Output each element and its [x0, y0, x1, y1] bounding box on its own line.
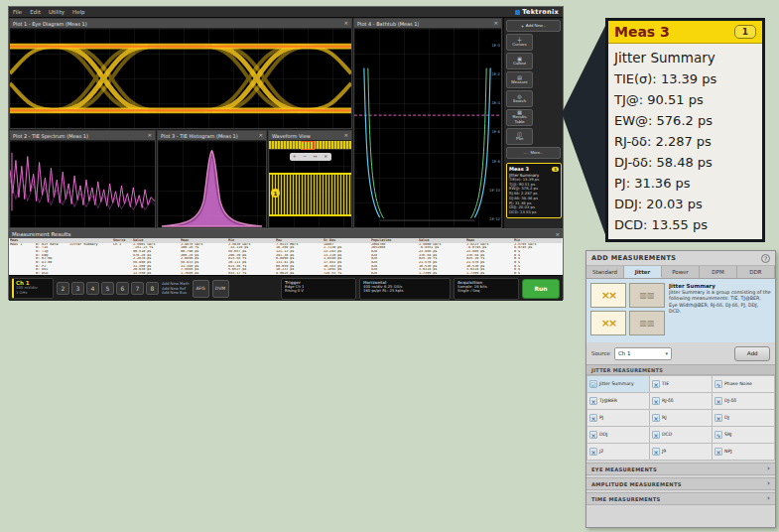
sidebar-button[interactable]: ◫ Plot [506, 128, 533, 145]
add-new-item[interactable]: Add New Bus [162, 291, 190, 295]
eye-mask-thumbnail[interactable]: ×× [590, 311, 626, 335]
meas3-callout-title: Meas 3 [614, 24, 670, 40]
eye-panel-titlebar[interactable]: Plot 1 - Eye Diagram (Meas 1) × [10, 19, 351, 29]
eye-diagram-plot[interactable] [10, 29, 351, 128]
measurement-tab[interactable]: DDR [737, 266, 775, 278]
pan-icon[interactable]: ↔ [314, 155, 318, 160]
waveform-plot[interactable]: + − ↔ × 1 [269, 141, 351, 227]
jitter-summary-label: Jitter Summary [614, 48, 756, 68]
collapsed-sections: EYE MEASUREMENTS › AMPLITUDE MEASUREMENT… [586, 463, 775, 505]
collapsed-section-bar[interactable]: TIME MEASUREMENTS › [586, 492, 775, 505]
eye-mask-thumbnail[interactable]: ×× [590, 283, 626, 308]
channel-button[interactable]: 8 [146, 282, 159, 295]
channel-button[interactable]: 7 [131, 282, 144, 295]
measurement-tab[interactable]: DPM [700, 266, 737, 278]
tie-histogram-plot[interactable] [158, 141, 266, 227]
menu-item[interactable]: Utility [49, 9, 65, 15]
ber-tick-label: 1E-4 [489, 100, 500, 105]
results-titlebar[interactable]: Measurement Results × [9, 229, 563, 238]
jitter-measurements-section-header[interactable]: JITTER MEASUREMENTS [586, 364, 775, 375]
close-icon[interactable]: × [147, 133, 152, 139]
spectrum-panel-title: Plot 2 - TIE Spectrum (Meas 1) [13, 133, 88, 139]
source-dropdown[interactable]: Ch 1 ▾ [614, 347, 672, 360]
measurement-grid-item[interactable]: ∿ Phase Noise [713, 376, 774, 392]
close-icon[interactable]: × [324, 155, 327, 160]
sidebar-button[interactable]: ┼ Cursors [506, 34, 533, 51]
histogram-panel-titlebar[interactable]: Plot 3 - TIE Histogram (Meas 1) × [158, 131, 266, 141]
channel-1-badge[interactable]: Ch 1 100 mV/div 1 GHz [12, 278, 54, 299]
acquisition-badge[interactable]: Acquisition Sample: 16 bits Single / Seq [454, 278, 519, 300]
measurement-grid-item[interactable]: × J2 [587, 444, 649, 460]
sidebar-button[interactable]: ◎ Search [506, 90, 533, 107]
measurement-grid-item[interactable]: ∿ SRJ [713, 427, 774, 443]
jitter-value-line: PJ: 31.36 ps [614, 173, 756, 194]
measurement-grid-item[interactable]: × TIE [650, 376, 712, 392]
measurement-label: Phase Noise [724, 381, 752, 386]
spectrum-panel-titlebar[interactable]: Plot 2 - TIE Spectrum (Meas 1) × [10, 131, 155, 141]
help-icon[interactable]: ? [761, 254, 770, 263]
measurement-grid-item[interactable]: × DDJ [587, 427, 649, 443]
bathtub-panel-titlebar[interactable]: Plot 4 - Bathtub (Meas 1) × [354, 19, 501, 29]
measurement-grid-item[interactable]: ☑ Jitter Summary [587, 376, 649, 392]
sidebar-button[interactable]: ▣ Callout [506, 53, 533, 69]
results-table[interactable]: MeasSourceValueMeanMinMaxSt DevPopulatio… [10, 238, 562, 275]
close-icon[interactable]: × [343, 133, 348, 139]
overview-zoom-marker[interactable] [301, 141, 315, 150]
measurement-grid-item[interactable]: × NPJ [713, 444, 774, 460]
menu-item[interactable]: Help [72, 9, 85, 15]
measurement-icon: × [589, 397, 597, 405]
dvm-button[interactable]: DVM [212, 280, 229, 298]
menu-item[interactable]: File [13, 9, 22, 15]
close-icon[interactable]: × [343, 21, 348, 27]
trigger-badge[interactable]: Trigger Edge Ch 1 Rising 0 V [281, 278, 356, 300]
trigger-level: Rising 0 V [285, 289, 352, 294]
measurement-icon: × [714, 414, 722, 422]
measurement-label: PJ [599, 415, 603, 420]
measurement-icon: ∿ [714, 380, 722, 388]
jitter-summary-values: TIE(σ): 13.39 psTJ@: 90.51 psEW@: 576.2 … [614, 68, 756, 235]
measurement-tab[interactable]: Standard [586, 266, 624, 278]
sidebar-button-label: Results Table [507, 115, 532, 124]
run-stop-button[interactable]: Run [522, 279, 560, 299]
tie-spectrum-plot[interactable] [10, 141, 155, 227]
sidebar-button[interactable]: ▦ Results Table [506, 109, 533, 126]
channel-button[interactable]: 5 [101, 282, 114, 295]
collapsed-section-bar[interactable]: EYE MEASUREMENTS › [586, 463, 775, 475]
measurement-grid-item[interactable]: × DJ-δδ [713, 393, 774, 409]
measurement-grid-item[interactable]: × TJ@BER [587, 393, 649, 409]
close-icon[interactable]: × [493, 21, 498, 27]
waveform-overview-strip[interactable] [269, 141, 351, 150]
measurement-tab[interactable]: Power [662, 266, 700, 278]
zoom-out-icon[interactable]: − [303, 155, 307, 160]
channel-1-marker-badge[interactable]: 1 [271, 189, 280, 198]
collapsed-section-bar[interactable]: AMPLITUDE MEASUREMENTS › [586, 477, 775, 490]
channel-button[interactable]: 2 [57, 282, 69, 295]
zoom-in-icon[interactable]: + [293, 155, 297, 160]
add-button[interactable]: Add [734, 346, 770, 361]
plot-thumbnail[interactable]: ▥▥ [629, 311, 665, 335]
sidebar-button[interactable]: ▤ Measure [506, 71, 533, 88]
sidebar-button[interactable]: ⋯ More... [506, 147, 561, 159]
source-label: Source [591, 350, 610, 356]
measurement-tab[interactable]: Jitter [624, 266, 662, 278]
channel-button[interactable]: 6 [116, 282, 129, 295]
waveform-panel-titlebar[interactable]: Waveform View × [269, 131, 351, 141]
waveform-zoom-toolbar[interactable]: + − ↔ × [290, 153, 331, 161]
horizontal-badge[interactable]: Horizontal 400 ns/div 6.25 GS/s 160 ps/p… [359, 278, 451, 300]
measurement-grid-item[interactable]: × RJ [650, 410, 712, 426]
sidebar-button[interactable]: + Add New... [506, 20, 561, 32]
channel-button[interactable]: 3 [71, 282, 84, 295]
menu-item[interactable]: Edit [30, 9, 41, 15]
channel-button[interactable]: 4 [86, 282, 99, 295]
measurement-grid-item[interactable]: × RJ-δδ [650, 393, 712, 409]
afg-button[interactable]: AFG [193, 280, 209, 298]
oscilloscope-window: FileEditUtilityHelp Tektronix Plot 1 - E… [8, 6, 564, 300]
measurement-grid-item[interactable]: × DCD [650, 427, 712, 443]
bathtub-plot[interactable]: 1E-01E-21E-41E-61E-81E-101E-12 [354, 29, 501, 227]
plot-thumbnail[interactable]: ▥▥ [629, 283, 665, 308]
measurement-grid-item[interactable]: × J9 [650, 444, 712, 460]
measurement-label: J9 [662, 449, 666, 454]
measurement-grid-item[interactable]: × PJ [587, 410, 649, 426]
measurement-grid-item[interactable]: × DJ [713, 410, 774, 426]
close-icon[interactable]: × [258, 133, 263, 139]
